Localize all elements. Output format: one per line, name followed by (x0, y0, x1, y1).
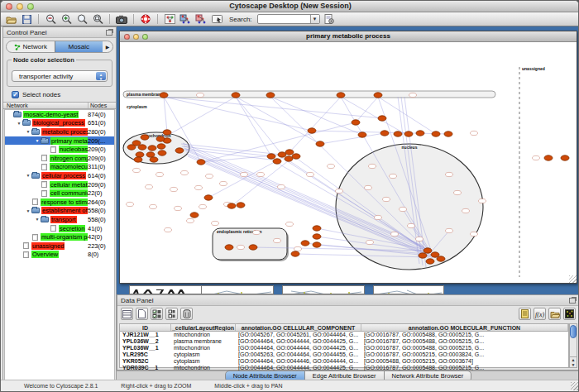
graph-node-selected[interactable] (308, 128, 316, 133)
graph-node-unselected[interactable] (187, 218, 194, 222)
vizmapper-edges-icon[interactable] (194, 13, 208, 25)
graph-node-selected[interactable] (419, 253, 427, 258)
graph-node-selected[interactable] (301, 241, 309, 246)
background-window-overview[interactable] (129, 285, 202, 294)
graph-node-unselected[interactable] (479, 198, 486, 203)
tree-row[interactable]: ▼cellular process614(0) (5, 171, 114, 180)
zoom-out-icon[interactable] (44, 13, 57, 25)
graph-node-selected[interactable] (313, 226, 321, 231)
zoom-in-icon[interactable] (60, 13, 73, 25)
graph-node-unselected[interactable] (409, 93, 417, 97)
col-header-id[interactable]: ID (120, 324, 171, 331)
graph-node-unselected[interactable] (286, 222, 294, 226)
graph-node-unselected[interactable] (533, 155, 540, 160)
tree-row[interactable]: mosaic-demo-yeast874(0) (5, 110, 114, 119)
graph-node-selected[interactable] (358, 132, 366, 137)
attribute-matrix-icon[interactable] (563, 308, 576, 320)
resize-grip-icon[interactable] (569, 275, 577, 283)
help-icon[interactable] (139, 13, 152, 25)
window-resize-grip-icon[interactable] (571, 382, 579, 390)
graph-node-unselected[interactable] (471, 232, 478, 236)
table-row[interactable]: YKR052Ccytoplasm[GO:0044464, GO:0044446,… (120, 358, 568, 365)
graph-node-unselected[interactable] (241, 172, 248, 176)
graph-node-selected[interactable] (157, 144, 165, 149)
graph-node-selected[interactable] (134, 157, 142, 162)
open-file-icon[interactable] (4, 13, 17, 25)
graph-node-selected[interactable] (141, 135, 149, 140)
background-window-preview-3[interactable] (373, 285, 444, 294)
tree-expand-arrow-icon[interactable]: ▼ (16, 121, 22, 126)
graph-node-unselected[interactable] (400, 207, 407, 211)
graph-node-selected[interactable] (160, 93, 168, 98)
zoom-selected-icon[interactable] (75, 13, 89, 25)
graph-node-selected[interactable] (273, 159, 281, 164)
graph-node-unselected[interactable] (199, 204, 207, 208)
delete-attribute-icon[interactable] (180, 308, 193, 320)
graph-node-unselected[interactable] (454, 190, 462, 194)
tree-row[interactable]: ▼primary metabol209(... (5, 136, 114, 146)
select-attributes-icon[interactable] (151, 308, 163, 320)
graph-node-unselected[interactable] (150, 204, 157, 208)
tree-row[interactable]: multi-organism pro42(0) (5, 232, 114, 241)
table-row[interactable]: YLR295Ccytoplasm[GO:0045263, GO:0044464,… (120, 351, 568, 358)
graph-node-selected[interactable] (444, 131, 452, 136)
graph-edge[interactable] (320, 133, 385, 144)
tree-row[interactable]: nitrogen compo209(0) (5, 154, 114, 163)
network-view-window[interactable]: primary metabolic process plasma membran… (119, 31, 577, 284)
graph-node-selected[interactable] (437, 256, 445, 261)
graph-node-selected[interactable] (266, 93, 275, 98)
graph-node-selected[interactable] (136, 152, 144, 157)
graph-node-unselected[interactable] (156, 172, 164, 176)
background-window-preview-2[interactable] (282, 285, 365, 294)
graph-node-unselected[interactable] (416, 237, 423, 241)
node-color-dropdown[interactable]: transporter activity ▲▼ (12, 70, 108, 82)
select-nodes-checkbox[interactable]: ✓ (12, 91, 19, 98)
graph-node-selected[interactable] (138, 145, 146, 150)
graph-node-selected[interactable] (158, 151, 166, 155)
table-row[interactable]: YJR121W__1mitochondrion[GO:0045267, GO:0… (120, 332, 568, 338)
tree-row[interactable]: cell communicat22(0) (5, 189, 114, 198)
graph-node-unselected[interactable] (294, 246, 302, 251)
tree-col-nodes[interactable]: Nodes (89, 103, 116, 108)
tree-expand-arrow-icon[interactable]: ▼ (34, 217, 41, 222)
col-header-region[interactable]: _cellularLayoutRegion (171, 324, 236, 331)
graph-node-selected[interactable] (432, 131, 440, 136)
graph-node-selected[interactable] (148, 146, 156, 151)
graph-node-unselected[interactable] (471, 131, 478, 135)
tree-row[interactable]: secretion41(0) (5, 224, 114, 233)
graph-node-unselected[interactable] (257, 172, 265, 176)
scrollbar-arrows[interactable]: ▲▼ (570, 356, 577, 367)
graph-node-unselected[interactable] (390, 174, 397, 178)
scrollbar-thumb[interactable] (570, 325, 577, 338)
graph-node-selected[interactable] (380, 131, 389, 136)
graph-node-selected[interactable] (163, 130, 171, 135)
graph-edge[interactable] (161, 97, 236, 139)
graph-edge[interactable] (164, 97, 312, 131)
import-attributes-icon[interactable] (548, 308, 561, 320)
snapshot-icon[interactable] (115, 13, 128, 25)
tab-network[interactable]: Network (7, 41, 55, 52)
graph-node-unselected[interactable] (212, 221, 219, 225)
graph-node-unselected[interactable] (462, 208, 470, 213)
search-config-icon[interactable] (323, 13, 336, 25)
tree-row[interactable]: Overview8(0) (5, 251, 114, 260)
graph-edge[interactable] (356, 97, 378, 122)
graph-node-unselected[interactable] (278, 184, 285, 189)
graph-node-unselected[interactable] (197, 93, 204, 97)
graph-node-selected[interactable] (175, 148, 184, 153)
network-window-titlebar[interactable]: primary metabolic process (120, 31, 577, 42)
graph-node-selected[interactable] (197, 160, 205, 165)
unselect-attributes-icon[interactable] (165, 308, 178, 320)
graph-node-selected[interactable] (292, 154, 300, 159)
graph-node-selected[interactable] (404, 131, 413, 136)
tree-row[interactable]: ▼establishment of lo558(0) (5, 207, 114, 216)
tree-expand-arrow-icon[interactable]: ▼ (25, 129, 31, 134)
tree-row[interactable]: ▼biological_process651(0) (5, 119, 114, 128)
zoom-fit-icon[interactable] (91, 13, 104, 25)
graph-node-selected[interactable] (313, 242, 321, 247)
graph-node-selected[interactable] (237, 203, 245, 208)
graph-node-selected[interactable] (313, 234, 321, 239)
graph-node-selected[interactable] (426, 259, 434, 264)
graph-edge[interactable] (312, 131, 448, 134)
graph-node-unselected[interactable] (274, 238, 281, 242)
